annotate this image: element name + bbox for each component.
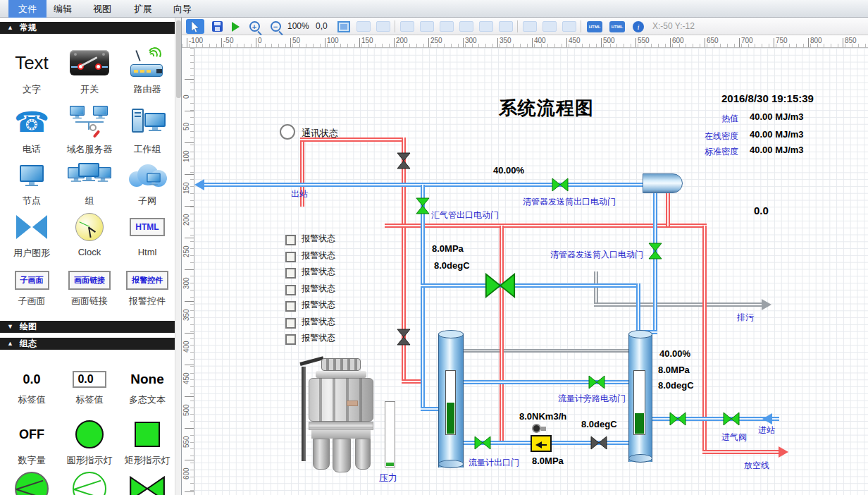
alarm-status-label: 报警状态 <box>302 316 335 328</box>
alarm-checkbox[interactable] <box>285 301 296 312</box>
level-gauge-2[interactable] <box>633 370 645 435</box>
palette-item-text[interactable]: Text 文字 <box>3 46 61 96</box>
align-left-button[interactable] <box>399 19 416 34</box>
pressure-bar-gauge[interactable] <box>385 401 395 468</box>
run-button[interactable] <box>228 19 242 34</box>
palette-item-valve-shape[interactable] <box>118 470 176 495</box>
palette-item-workgroup[interactable]: 工作组 <box>118 104 176 156</box>
pig-launcher-outlet-valve[interactable] <box>552 178 569 192</box>
palette-item-group[interactable]: 组 <box>61 160 118 207</box>
alarm-checkbox[interactable] <box>285 252 296 262</box>
section-config[interactable]: ▲ 组态 <box>0 338 175 350</box>
same-size-button[interactable] <box>561 19 578 34</box>
alarm-checkbox[interactable] <box>285 235 296 245</box>
palette-item-subnet[interactable]: 子网 <box>118 160 176 207</box>
zoom-out-button[interactable]: − <box>266 19 285 34</box>
section-general[interactable]: ▲ 常规 <box>0 22 175 34</box>
pointer-tool-button[interactable] <box>186 19 204 34</box>
inlet-valve-2[interactable] <box>723 412 740 426</box>
group-button[interactable] <box>355 19 372 34</box>
same-height-button[interactable] <box>541 19 558 34</box>
pig-launcher-inlet-valve[interactable] <box>648 243 662 259</box>
alarm-checkbox[interactable] <box>285 285 296 295</box>
canvas[interactable]: 系统流程图 2016/8/30 19:15:39 热值 40.00 MJ/m3 … <box>194 48 868 495</box>
align-bottom-icon <box>499 21 513 32</box>
palette-item-round-indicator[interactable]: 圆形指示灯 <box>61 418 118 467</box>
palette-item-rect-indicator[interactable]: 矩形指示灯 <box>118 418 176 467</box>
palette-item-pump-outline[interactable] <box>61 470 118 495</box>
pig-launcher-vessel[interactable] <box>643 173 683 193</box>
palette-item-screen-link[interactable]: 画面链接 画面链接 <box>61 269 118 307</box>
ungroup-button[interactable] <box>375 19 392 34</box>
comm-status-lamp[interactable] <box>280 124 295 140</box>
palette-scrollbar[interactable] <box>175 18 181 495</box>
dark-valve-meter[interactable] <box>590 436 607 450</box>
pump-filled-icon <box>15 472 49 495</box>
vessel-handle <box>299 356 323 366</box>
screen-link-icon: 画面链接 <box>68 271 111 290</box>
palette-item-alarm-control[interactable]: 报警控件 报警控件 <box>118 269 176 307</box>
palette-item-pump-filled[interactable] <box>3 470 61 495</box>
menu-extensions[interactable]: 扩展 <box>124 0 162 18</box>
manifold-outlet-valve[interactable] <box>416 197 430 214</box>
palette-item-digital[interactable]: OFF 数字量 <box>3 418 61 467</box>
h-ruler-label: 0 <box>258 37 262 44</box>
pointer-icon <box>191 21 199 32</box>
palette-item-html[interactable]: HTML Html <box>118 211 176 257</box>
align-middle-button[interactable] <box>478 19 495 34</box>
align-bottom-button[interactable] <box>497 19 514 34</box>
palette-item-switch[interactable]: 开关 <box>61 46 118 96</box>
h-ruler-tick <box>601 38 602 48</box>
save-button[interactable] <box>209 19 225 34</box>
vessel-cap <box>321 358 361 371</box>
align-left-icon <box>400 21 414 32</box>
section-drawing[interactable]: ▼ 绘图 <box>0 321 175 333</box>
info-icon: i <box>633 21 644 32</box>
menu-edit[interactable]: 编辑 <box>44 0 82 18</box>
alarm-status-label: 报警状态 <box>302 332 335 344</box>
palette-item-dns-server[interactable]: 域名服务器 <box>61 104 118 156</box>
image-tool-button[interactable] <box>335 19 352 34</box>
align-top-button[interactable] <box>458 19 475 34</box>
palette-item-router[interactable]: 路由器 <box>118 46 176 96</box>
palette-item-tag-value-boxed[interactable]: 0.0 标签值 <box>61 369 118 406</box>
dark-valve-top[interactable] <box>397 152 411 169</box>
same-size-icon <box>562 21 576 32</box>
export-html-button[interactable]: HTML <box>585 19 604 34</box>
alarm-checkbox[interactable] <box>285 318 296 329</box>
align-center-button[interactable] <box>418 19 435 34</box>
storage-vessel[interactable] <box>300 358 380 471</box>
palette-item-tag-value[interactable]: 0.0 标签值 <box>3 369 61 406</box>
pressure-value-2: 8.0MPa <box>532 456 564 466</box>
palette-item-user-graphic[interactable]: 用户图形 <box>3 211 61 259</box>
palette-item-clock[interactable]: Clock <box>61 211 118 257</box>
menu-view[interactable]: 视图 <box>83 0 121 18</box>
palette-item-node[interactable]: 节点 <box>3 160 61 207</box>
alarm-checkbox[interactable] <box>285 334 296 345</box>
info-button[interactable]: i <box>630 19 647 34</box>
dark-valve-mid[interactable] <box>397 329 411 346</box>
zoom-in-button[interactable]: + <box>245 19 264 34</box>
palette-item-sub-screen[interactable]: 子画面 子画面 <box>3 269 61 307</box>
palette-item-phone[interactable]: ☎ 电话 <box>3 104 61 156</box>
menu-file[interactable]: 文件 <box>8 0 46 18</box>
alarm-checkbox[interactable] <box>285 268 296 279</box>
preview-html-button[interactable]: HTML <box>607 19 627 34</box>
palette-scrollbar-thumb[interactable] <box>176 20 181 98</box>
align-right-button[interactable] <box>438 19 455 34</box>
level-gauge-1[interactable] <box>445 370 456 435</box>
palette-item-multi-text[interactable]: None 多态文本 <box>118 369 176 406</box>
menu-wizard[interactable]: 向导 <box>163 0 202 18</box>
palette-panel: ▲ 常规 Text 文字 开关 <box>0 18 182 495</box>
multi-text-icon: None <box>130 372 164 387</box>
meter-outlet-valve[interactable] <box>474 436 491 450</box>
main-control-valve[interactable] <box>485 273 516 298</box>
pipe-red-vent-run <box>702 450 780 454</box>
meter-bypass-valve[interactable] <box>588 375 605 389</box>
same-width-button[interactable] <box>521 19 538 34</box>
vent-line-label: 放空线 <box>744 460 769 472</box>
inlet-valve-1[interactable] <box>669 412 686 426</box>
h-ruler-tick <box>463 38 464 48</box>
flow-meter[interactable] <box>531 435 552 452</box>
vessel-leg <box>313 439 330 470</box>
